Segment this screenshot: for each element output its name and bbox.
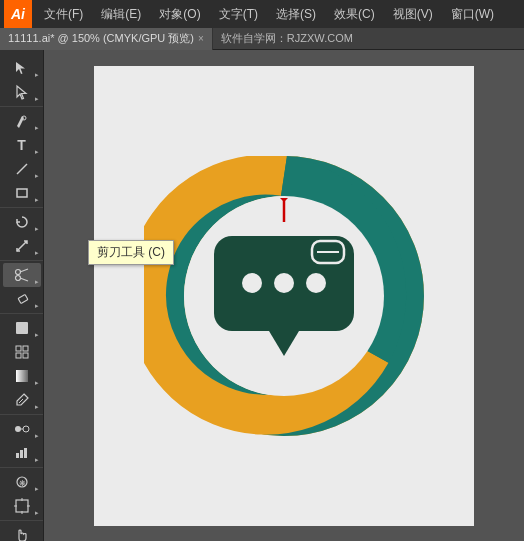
tool-group-misc: ▸ ▸ [0,415,43,468]
rect-tool[interactable]: ▸ [3,181,41,205]
artboard-tool[interactable]: ▸ [3,494,41,518]
tool-group-selection: ▸ ▸ [0,54,43,107]
canvas-area: 剪刀工具 (C) [44,50,524,541]
menu-bar: Ai 文件(F) 编辑(E) 对象(O) 文字(T) 选择(S) 效果(C) 视… [0,0,524,28]
gradient-tool[interactable]: ▸ [3,364,41,388]
mesh-tool[interactable] [3,340,41,364]
svg-line-5 [20,269,28,272]
graph-tool[interactable]: ▸ [3,441,41,465]
svg-line-6 [20,278,28,281]
type-tool[interactable]: T ▸ [3,133,41,157]
svg-rect-10 [23,346,28,351]
menu-effect[interactable]: 效果(C) [326,4,383,25]
tool-group-view [0,521,43,541]
tooltip-text: 剪刀工具 (C) [97,245,165,259]
select-tool[interactable]: ▸ [3,56,41,80]
pen-tool[interactable]: ▸ [3,109,41,133]
svg-rect-7 [18,294,28,303]
svg-point-43 [274,273,294,293]
cut-indicator [274,198,294,226]
rotate-tool[interactable]: ▸ [3,210,41,234]
svg-rect-9 [16,346,21,351]
svg-marker-45 [269,331,299,356]
menu-window[interactable]: 窗口(W) [443,4,502,25]
menu-view[interactable]: 视图(V) [385,4,441,25]
app-logo: Ai [4,0,32,28]
scissors-tooltip: 剪刀工具 (C) [88,240,174,265]
scale-tool[interactable]: ▸ [3,234,41,258]
direct-select-tool[interactable]: ▸ [3,80,41,104]
svg-rect-20 [24,448,27,458]
tool-group-transform: ▸ ▸ [0,208,43,261]
svg-line-1 [17,164,27,174]
tab-label: 11111.ai* @ 150% (CMYK/GPU 预览) [8,31,194,46]
svg-rect-13 [16,370,28,382]
svg-point-3 [15,270,20,275]
svg-point-42 [242,273,262,293]
svg-point-15 [15,426,21,432]
tool-group-pen: ▸ T ▸ ▸ ▸ [0,107,43,208]
eraser-tool[interactable]: ▸ [3,287,41,311]
svg-rect-12 [23,353,28,358]
svg-rect-23 [16,500,28,512]
svg-rect-8 [16,322,28,334]
eyedropper-tool[interactable]: ▸ [3,388,41,412]
menu-items-container: 文件(F) 编辑(E) 对象(O) 文字(T) 选择(S) 效果(C) 视图(V… [36,4,520,25]
toolbar: ▸ ▸ ▸ T ▸ ▸ [0,50,44,541]
menu-file[interactable]: 文件(F) [36,4,91,25]
artwork-container [144,156,424,436]
menu-text[interactable]: 文字(T) [211,4,266,25]
menu-edit[interactable]: 编辑(E) [93,4,149,25]
svg-point-16 [23,426,29,432]
tool-group-symbol: ❋ ▸ ▸ [0,468,43,521]
svg-text:❋: ❋ [19,479,26,488]
hand-tool[interactable] [3,523,41,541]
canvas-background [94,66,474,526]
svg-point-44 [306,273,326,293]
tab-close[interactable]: × [198,33,204,44]
symbol-tool[interactable]: ❋ ▸ [3,470,41,494]
main-layout: ▸ ▸ ▸ T ▸ ▸ [0,50,524,541]
tab-extra-info: 软件自学网：RJZXW.COM [213,31,361,46]
svg-rect-18 [16,453,19,458]
paint-tool[interactable]: ▸ [3,316,41,340]
chat-bubble-icon [204,226,364,366]
blend-tool[interactable]: ▸ [3,417,41,441]
menu-object[interactable]: 对象(O) [151,4,208,25]
tab-bar: 11111.ai* @ 150% (CMYK/GPU 预览) × 软件自学网：R… [0,28,524,50]
menu-select[interactable]: 选择(S) [268,4,324,25]
svg-rect-11 [16,353,21,358]
line-tool[interactable]: ▸ [3,157,41,181]
tool-group-paint: ▸ ▸ ▸ [0,314,43,415]
svg-rect-2 [17,189,27,197]
svg-line-14 [19,399,23,403]
document-tab[interactable]: 11111.ai* @ 150% (CMYK/GPU 预览) × [0,28,213,50]
scissors-tool[interactable]: ▸ [3,263,41,287]
svg-rect-19 [20,450,23,458]
tool-group-scissors: ▸ ▸ [0,261,43,314]
svg-point-4 [15,276,20,281]
